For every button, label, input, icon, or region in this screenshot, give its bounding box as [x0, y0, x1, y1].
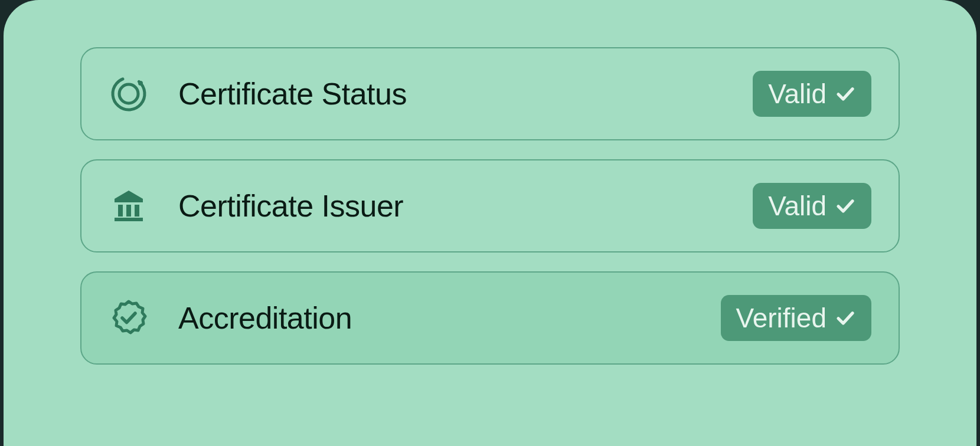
certificate-panel: Certificate Status Valid Certificate Iss…	[4, 0, 976, 446]
svg-rect-3	[118, 205, 123, 217]
institution-icon	[109, 186, 149, 226]
row-label: Certificate Status	[178, 76, 723, 112]
check-icon	[835, 83, 856, 104]
status-badge: Verified	[721, 295, 871, 341]
badge-text: Valid	[768, 190, 827, 222]
svg-rect-6	[115, 218, 143, 221]
certificate-issuer-row[interactable]: Certificate Issuer Valid	[80, 159, 900, 252]
accreditation-row[interactable]: Accreditation Verified	[80, 271, 900, 365]
status-circle-icon	[109, 74, 149, 114]
svg-rect-5	[135, 205, 139, 217]
row-label: Accreditation	[178, 300, 691, 336]
verified-seal-icon	[109, 298, 149, 338]
check-icon	[835, 195, 856, 217]
certificate-status-row[interactable]: Certificate Status Valid	[80, 47, 900, 140]
row-label: Certificate Issuer	[178, 188, 723, 224]
svg-rect-4	[126, 205, 131, 217]
status-badge: Valid	[753, 183, 871, 229]
badge-text: Valid	[768, 78, 827, 110]
badge-text: Verified	[736, 302, 827, 334]
svg-point-2	[138, 81, 143, 86]
check-icon	[835, 307, 856, 329]
svg-point-1	[119, 84, 138, 103]
status-badge: Valid	[753, 71, 871, 117]
svg-point-0	[110, 75, 148, 113]
